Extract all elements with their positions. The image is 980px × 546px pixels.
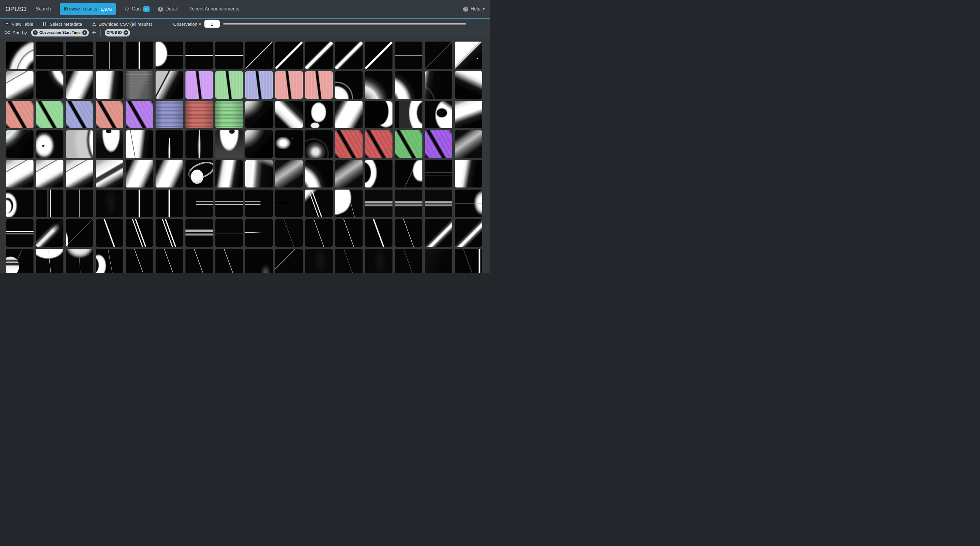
thumbnail-crescent-bl[interactable] <box>96 249 123 273</box>
thumbnail-band-tl[interactable] <box>455 41 482 69</box>
thumbnail-smudge-b[interactable] <box>245 249 273 273</box>
thumbnail-arc-c[interactable] <box>395 101 422 128</box>
sort-pill-opus-id[interactable]: OPUS ID ▾ <box>105 29 130 37</box>
download-csv-button[interactable]: Download CSV (all results) <box>92 22 152 27</box>
thumbnail-diag-steep-vf[interactable] <box>275 219 303 247</box>
thumbnail-hline-f[interactable] <box>36 41 64 69</box>
x-circle-icon[interactable]: × <box>33 30 38 35</box>
thumbnail-tint-scan[interactable] <box>156 101 183 128</box>
thumbnail-black[interactable] <box>365 249 393 273</box>
thumbnail-band-vert[interactable] <box>96 71 123 99</box>
thumbnail-gray-band[interactable] <box>156 71 183 99</box>
thumbnail-tint-d[interactable] <box>66 101 93 128</box>
thumbnail-tint-scan[interactable] <box>215 101 243 128</box>
thumbnail-ellipse-l[interactable] <box>6 190 33 217</box>
thumbnail-band-diag[interactable] <box>126 160 153 187</box>
thumbnail-diag-steep-b[interactable] <box>96 219 123 247</box>
thumbnail-tint-v[interactable] <box>275 71 303 99</box>
thumbnail-blob-hline[interactable] <box>156 41 183 69</box>
thumbnail-band-tl2[interactable] <box>455 101 482 128</box>
thumbnail-diag3[interactable] <box>335 41 363 69</box>
thumbnail-diag-streak45[interactable] <box>425 219 452 247</box>
thumbnail-crescent-r[interactable] <box>365 101 393 128</box>
thumbnail-saturn[interactable] <box>186 160 213 187</box>
sort-pill-observation-start-time[interactable]: × Observation Start Time ▾ <box>31 29 89 37</box>
thumbnail-hline-b[interactable] <box>186 41 213 69</box>
thumbnail-swirl-gray[interactable] <box>365 71 393 99</box>
thumbnail-diag3[interactable] <box>305 41 332 69</box>
thumbnail-sliver-bl[interactable] <box>66 219 93 247</box>
thumbnail-tint-v[interactable] <box>245 71 273 99</box>
thumbnail-arc-white[interactable] <box>395 71 422 99</box>
arrow-down-circle-icon[interactable]: ▾ <box>82 30 87 35</box>
thumbnail-blob-l-line[interactable] <box>335 190 363 217</box>
thumbnail-blob-tongue[interactable] <box>96 130 123 158</box>
thumbnail-tint-d[interactable] <box>126 101 153 128</box>
thumbnail-band-mid[interactable] <box>335 101 363 128</box>
thumbnail-black[interactable] <box>96 190 123 217</box>
thumbnail-band-bl[interactable] <box>275 101 303 128</box>
thumbnail-vline-b[interactable] <box>126 190 153 217</box>
thumbnail-diag-streak-ll[interactable] <box>36 219 64 247</box>
thumbnail-hline-dbl[interactable] <box>215 190 243 217</box>
thumbnail-diag-steep-f[interactable] <box>215 249 243 273</box>
thumbnail-diag-steep-f[interactable] <box>126 249 153 273</box>
thumbnail-black-grad[interactable] <box>425 249 452 273</box>
thumbnail-diag-steep-f[interactable] <box>186 249 213 273</box>
thumbnail-gray-scan[interactable] <box>126 71 153 99</box>
thumbnail-saturn-globe[interactable] <box>6 249 33 273</box>
observation-number-input[interactable] <box>204 20 220 28</box>
thumbnail-arc-c2[interactable] <box>365 160 393 187</box>
thumbnail-blob-top-wide[interactable] <box>36 249 64 273</box>
thumbnail-tint-d[interactable] <box>365 130 393 158</box>
thumbnail-diag-steep-dbl[interactable] <box>126 219 153 247</box>
thumbnail-hline-dbl-r[interactable] <box>186 190 213 217</box>
thumbnail-tint-d[interactable] <box>425 130 452 158</box>
thumbnail-arc-dark[interactable] <box>425 71 452 99</box>
thumbnail-arc1[interactable] <box>6 41 33 69</box>
thumbnail-band-vert2[interactable] <box>126 130 153 158</box>
thumbnail-blob-soft[interactable] <box>275 130 303 158</box>
thumbnail-diag2[interactable] <box>365 41 393 69</box>
thumbnail-grayband1[interactable] <box>36 160 64 187</box>
thumbnail-tint-v[interactable] <box>186 71 213 99</box>
help-menu[interactable]: ? Help ▾ <box>463 6 485 12</box>
thumbnail-hband[interactable] <box>365 190 393 217</box>
thumbnail-wedge-tr[interactable] <box>455 71 482 99</box>
thumbnail-vline-f[interactable] <box>96 41 123 69</box>
thumbnail-diag-steep-f[interactable] <box>305 219 332 247</box>
thumbnail-sphere-top[interactable] <box>66 249 93 273</box>
thumbnail-tint-d[interactable] <box>6 101 33 128</box>
thumbnail-diag-steep-f[interactable] <box>156 249 183 273</box>
thumbnail-black[interactable] <box>305 249 332 273</box>
thumbnail-hline-f[interactable] <box>215 219 243 247</box>
thumbnail-gray-band2[interactable] <box>455 130 482 158</box>
thumbnail-hline-b[interactable] <box>215 41 243 69</box>
thumbnail-grayband1[interactable] <box>66 160 93 187</box>
thumbnail-tint-v[interactable] <box>305 71 332 99</box>
thumbnail-wedge-l[interactable] <box>455 160 482 187</box>
thumbnail-arc3[interactable] <box>335 71 363 99</box>
thumbnail-diag-steep-vf[interactable] <box>335 249 363 273</box>
thumbnail-tint-d[interactable] <box>36 101 64 128</box>
thumbnail-blob-tongue2[interactable] <box>215 130 243 158</box>
thumbnail-diag-streak45[interactable] <box>455 219 482 247</box>
tab-browse-results[interactable]: Browse Results 1,376 <box>60 3 116 15</box>
thumbnail-grayband1[interactable] <box>6 160 33 187</box>
thumbnail-swirl[interactable] <box>245 101 273 128</box>
thumbnail-diag-lines-tr[interactable] <box>305 190 332 217</box>
thumbnail-diag2[interactable] <box>275 41 303 69</box>
thumbnail-swirl[interactable] <box>245 130 273 158</box>
view-table-button[interactable]: View Table <box>5 22 33 27</box>
thumbnail-arc-white[interactable] <box>305 160 332 187</box>
thumbnail-arc-band2[interactable] <box>66 130 93 158</box>
thumbnail-band-taper[interactable] <box>245 160 273 187</box>
thumbnail-diag-steep-f[interactable] <box>395 219 422 247</box>
thumbnail-hband[interactable] <box>395 190 422 217</box>
add-sort-button[interactable]: + <box>92 29 96 36</box>
tab-detail[interactable]: i Detail <box>158 6 178 12</box>
thumbnail-diag1[interactable] <box>245 41 273 69</box>
thumbnail-grayband-dark[interactable] <box>96 160 123 187</box>
thumbnail-tint-v[interactable] <box>215 71 243 99</box>
tab-recent-announcements[interactable]: Recent Announcements <box>188 6 239 12</box>
